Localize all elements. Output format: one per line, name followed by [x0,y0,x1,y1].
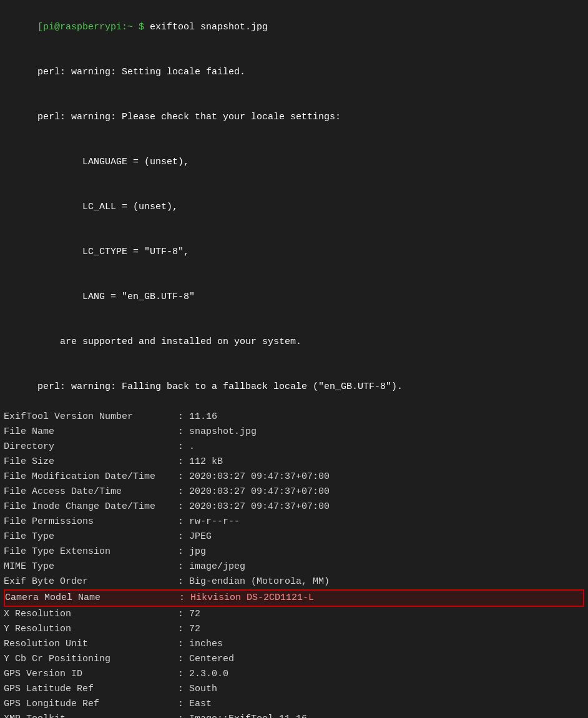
exif-field-gps-latitude-ref: GPS Latitude Ref : South [4,682,584,697]
field-name: Exif Byte Order [4,576,172,587]
exif-field-resolution-unit: Resolution Unit : inches [4,637,584,652]
field-value: snapshot.jpg [189,426,257,437]
field-name: File Size [4,456,172,467]
warning-1: perl: warning: Setting locale failed. [4,50,584,95]
exif-field-file-access-date/time: File Access Date/Time : 2020:03:27 09:47… [4,484,584,499]
field-value: East [189,699,212,709]
field-name: Y Resolution [4,624,172,634]
exif-field-y-resolution: Y Resolution : 72 [4,622,584,637]
exif-field-gps-longitude-ref: GPS Longitude Ref : East [4,697,584,712]
exif-fields: ExifTool Version Number : 11.16File Name… [4,410,584,718]
field-colon: : [172,471,189,482]
prompt-line-1: [pi@raspberrypi:~ $ exiftool snapshot.jp… [4,5,584,50]
field-colon: : [172,516,189,527]
field-name: File Type [4,531,172,542]
field-colon: : [172,624,189,634]
prompt-user: [pi@raspberrypi:~ $ [37,22,150,32]
exif-field-file-type: File Type : JPEG [4,529,584,544]
field-colon: : [172,441,189,452]
warning-langval: LANG = "en_GB.UTF-8" [4,275,584,320]
field-value: Big-endian (Motorola, MM) [189,576,330,587]
field-name: GPS Longitude Ref [4,699,172,709]
field-name: File Inode Change Date/Time [4,501,172,512]
field-name: Directory [4,441,172,452]
exif-field-file-inode-change-date/time: File Inode Change Date/Time : 2020:03:27… [4,499,584,514]
field-colon: : [174,593,190,603]
exif-field-file-name: File Name : snapshot.jpg [4,425,584,440]
exif-field-camera-model-name: Camera Model Name : Hikvision DS-2CD1121… [4,589,584,607]
field-value: 2020:03:27 09:47:37+07:00 [189,501,330,512]
field-colon: : [172,546,189,557]
field-value: jpg [189,546,206,557]
warning-lang: LANGUAGE = (unset), [4,140,584,185]
exif-field-exif-byte-order: Exif Byte Order : Big-endian (Motorola, … [4,574,584,589]
exif-field-file-size: File Size : 112 kB [4,455,584,470]
field-colon: : [172,684,189,694]
warning-lctype: LC_CTYPE = "UTF-8", [4,230,584,275]
field-value: 2020:03:27 09:47:37+07:00 [189,486,330,497]
warning-lcall: LC_ALL = (unset), [4,185,584,230]
field-name: MIME Type [4,561,172,572]
field-name: Camera Model Name [5,593,174,603]
field-colon: : [172,639,189,649]
exif-field-file-modification-date/time: File Modification Date/Time : 2020:03:27… [4,470,584,484]
field-value: image/jpeg [189,561,245,572]
field-colon: : [172,486,189,497]
exif-field-file-type-extension: File Type Extension : jpg [4,544,584,559]
field-colon: : [172,561,189,572]
field-colon: : [172,699,189,709]
field-colon: : [172,501,189,512]
field-name: File Access Date/Time [4,486,172,497]
field-colon: : [172,714,189,718]
field-value: 2020:03:27 09:47:37+07:00 [189,471,330,482]
field-value: Image::ExifTool 11.16 [189,714,307,718]
field-name: Resolution Unit [4,639,172,649]
field-name: File Type Extension [4,546,172,557]
field-value: 72 [189,609,200,619]
field-colon: : [172,654,189,664]
field-colon: : [172,531,189,542]
warning-fallback: perl: warning: Falling back to a fallbac… [4,365,584,410]
field-name: ExifTool Version Number [4,411,172,422]
exif-field-directory: Directory : . [4,440,584,455]
terminal-content: [pi@raspberrypi:~ $ exiftool snapshot.jp… [4,5,584,718]
field-value: JPEG [189,531,212,542]
field-value: 72 [189,624,200,634]
exif-field-y-cb-cr-positioning: Y Cb Cr Positioning : Centered [4,652,584,667]
field-colon: : [172,669,189,679]
field-name: Y Cb Cr Positioning [4,654,172,664]
field-colon: : [172,456,189,467]
field-value: inches [189,639,223,649]
field-colon: : [172,609,189,619]
warning-supported: are supported and installed on your syst… [4,320,584,365]
warning-2: perl: warning: Please check that your lo… [4,95,584,140]
field-value: rw-r--r-- [189,516,240,527]
exif-field-file-permissions: File Permissions : rw-r--r-- [4,514,584,529]
field-name: XMP Toolkit [4,714,172,718]
exif-field-xmp-toolkit: XMP Toolkit : Image::ExifTool 11.16 [4,712,584,718]
field-value: . [189,441,195,452]
exif-field-x-resolution: X Resolution : 72 [4,607,584,622]
exif-field-gps-version-id: GPS Version ID : 2.3.0.0 [4,667,584,682]
field-value: 2.3.0.0 [189,669,228,679]
field-name: X Resolution [4,609,172,619]
field-name: File Modification Date/Time [4,471,172,482]
field-colon: : [172,576,189,587]
field-colon: : [172,411,189,422]
exif-field-exiftool-version-number: ExifTool Version Number : 11.16 [4,410,584,425]
field-value: Hikvision DS-2CD1121-L [190,593,314,603]
field-value: 112 kB [189,456,223,467]
terminal-window: [pi@raspberrypi:~ $ exiftool snapshot.jp… [0,0,588,718]
field-name: File Permissions [4,516,172,527]
field-name: GPS Version ID [4,669,172,679]
field-value: Centered [189,654,234,664]
field-name: File Name [4,426,172,437]
field-value: South [189,684,217,694]
field-value: 11.16 [189,411,217,422]
exif-field-mime-type: MIME Type : image/jpeg [4,559,584,574]
field-colon: : [172,426,189,437]
field-name: GPS Latitude Ref [4,684,172,694]
command-text: exiftool snapshot.jpg [150,22,268,32]
